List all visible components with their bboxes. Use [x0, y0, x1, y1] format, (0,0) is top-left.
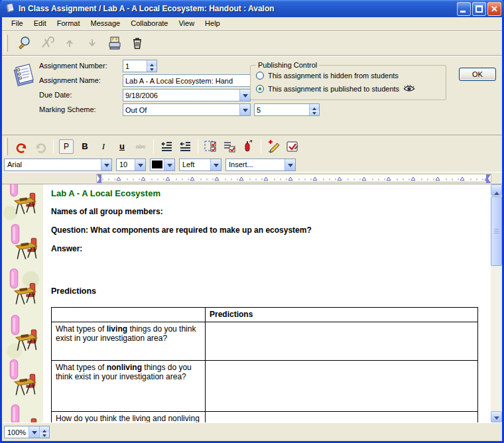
scroll-down-icon[interactable]	[491, 411, 502, 422]
next-item-icon	[84, 34, 101, 52]
scrollbar-thumb[interactable]	[491, 196, 502, 266]
insert-dropdown[interactable]: Insert...	[225, 158, 296, 171]
font-size-dropdown[interactable]: 10	[116, 158, 146, 171]
assignment-notepad-icon	[11, 61, 36, 89]
align-dropdown[interactable]: Left	[179, 158, 221, 171]
menu-edit[interactable]: Edit	[29, 18, 52, 29]
answer-cell[interactable]	[206, 412, 478, 423]
review-check-icon[interactable]	[285, 139, 300, 154]
delete-trash-icon[interactable]	[129, 34, 146, 52]
titlebar[interactable]: In Class Assignment / Lab A - A Local Ec…	[0, 0, 504, 17]
answer-cell[interactable]	[206, 361, 478, 412]
desk-clipart	[14, 237, 42, 263]
divider	[261, 139, 261, 154]
preview-magnifier-icon[interactable]	[16, 34, 33, 52]
close-icon: ✕	[488, 3, 501, 15]
previous-item-icon	[61, 34, 78, 52]
desk-clipart	[13, 373, 40, 399]
status-bar: 100%	[2, 422, 502, 441]
toolbar-grip[interactable]	[5, 138, 8, 155]
notepad-icon	[5, 3, 15, 15]
assignment-name-input[interactable]	[123, 77, 250, 85]
radio-published-option[interactable]: This assignment is published to students	[256, 85, 415, 93]
italic-button[interactable]: I	[96, 139, 111, 154]
underline-button[interactable]: u	[115, 139, 129, 154]
number-spinner[interactable]	[309, 104, 319, 115]
spin-down-icon[interactable]	[147, 66, 157, 72]
maximize-button[interactable]	[472, 2, 486, 16]
maximize-icon	[475, 5, 483, 13]
predictions-heading: Predictions	[51, 286, 491, 296]
zoom-value: 100%	[5, 428, 29, 436]
chevron-down-icon[interactable]	[29, 426, 39, 438]
indent-decrease-icon[interactable]	[178, 139, 192, 154]
select-checkboxes-icon[interactable]	[204, 139, 218, 154]
menu-message[interactable]: Message	[86, 18, 126, 29]
menu-help[interactable]: Help	[200, 18, 225, 29]
tools-icon	[38, 34, 56, 52]
font-family-dropdown[interactable]: Arial	[4, 158, 112, 171]
toolbar-grip[interactable]	[5, 34, 8, 52]
close-button[interactable]: ✕	[487, 2, 501, 16]
ruler-band	[2, 172, 502, 184]
out-of-stepper[interactable]: 5	[254, 103, 320, 116]
marker-icon[interactable]	[241, 139, 255, 154]
zoom-control[interactable]: 100%	[4, 426, 50, 438]
assignment-name-field[interactable]	[123, 74, 251, 87]
table-row: How do you think the living and nonlivin…	[52, 412, 478, 423]
document-body[interactable]: Lab A - A Local Ecosystem Names of all g…	[43, 184, 491, 422]
chevron-down-icon[interactable]	[101, 159, 111, 170]
question-cell: How do you think the living and nonlivin…	[52, 412, 206, 423]
ok-button[interactable]: OK	[459, 68, 496, 81]
chevron-down-icon[interactable]	[239, 104, 250, 115]
header-cell-empty	[52, 308, 206, 322]
paragraph-style-button[interactable]: P	[59, 139, 74, 154]
indent-increase-icon[interactable]	[159, 139, 174, 154]
marking-scheme-dropdown[interactable]: Out Of	[123, 103, 251, 116]
answer-cell[interactable]	[206, 322, 478, 361]
minimize-button[interactable]	[457, 2, 471, 16]
zoom-spinner[interactable]	[39, 426, 49, 438]
spin-down-icon[interactable]	[40, 432, 49, 438]
chevron-down-icon[interactable]	[210, 159, 221, 170]
number-spinner[interactable]	[147, 60, 157, 72]
divider	[198, 139, 198, 154]
spin-down-icon[interactable]	[310, 110, 319, 116]
spin-up-icon[interactable]	[310, 104, 319, 110]
radio-unselected-icon[interactable]	[256, 72, 264, 80]
spin-up-icon[interactable]	[40, 426, 49, 432]
spin-up-icon[interactable]	[147, 60, 157, 66]
marking-scheme-label: Marking Scheme:	[39, 105, 96, 113]
checklist-icon[interactable]	[222, 139, 237, 154]
desk-clipart	[13, 192, 40, 218]
application-window: In Class Assignment / Lab A - A Local Ec…	[0, 0, 504, 443]
chevron-down-icon[interactable]	[164, 159, 174, 170]
radio-published-label: This assignment is published to students	[268, 85, 399, 93]
print-icon[interactable]	[106, 34, 123, 52]
vertical-scrollbar[interactable]	[491, 184, 502, 422]
publishing-control-group: Publishing Control This assignment is hi…	[250, 65, 446, 100]
due-date-dropdown[interactable]: 9/18/2006	[123, 89, 251, 101]
chevron-down-icon[interactable]	[239, 90, 250, 101]
bold-button[interactable]: B	[78, 139, 92, 154]
strikethrough-button: abc	[133, 139, 148, 154]
doc-paragraph: Answer:	[51, 244, 491, 253]
radio-hidden-option[interactable]: This assignment is hidden from students	[256, 72, 399, 80]
font-color-dropdown[interactable]	[150, 158, 175, 171]
chevron-down-icon[interactable]	[135, 159, 145, 170]
menu-view[interactable]: View	[173, 18, 200, 29]
format-toolbar: P B I u abc	[2, 135, 502, 157]
document-area: Lab A - A Local Ecosystem Names of all g…	[2, 184, 502, 422]
ruler[interactable]	[96, 174, 491, 182]
menu-format[interactable]: Format	[52, 18, 86, 29]
scroll-up-icon[interactable]	[491, 184, 502, 196]
add-annotation-icon[interactable]	[267, 139, 281, 154]
divider	[53, 139, 54, 154]
radio-selected-icon[interactable]	[256, 85, 264, 93]
chevron-down-icon[interactable]	[284, 159, 295, 170]
doc-paragraph: Names of all group members:	[51, 207, 491, 216]
assignment-number-stepper[interactable]: 1	[123, 60, 157, 72]
undo-icon[interactable]	[15, 139, 29, 154]
menu-file[interactable]: File	[6, 18, 29, 29]
menu-collaborate[interactable]: Collaborate	[125, 18, 173, 29]
